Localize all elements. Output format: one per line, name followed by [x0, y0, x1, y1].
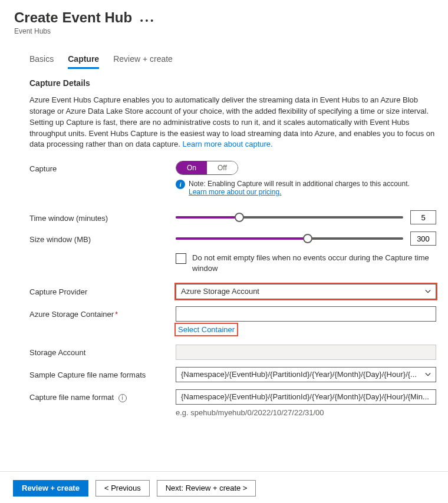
tabs: Basics Capture Review + create: [0, 40, 448, 69]
size-window-slider[interactable]: [176, 237, 403, 240]
size-window-input[interactable]: [410, 231, 436, 246]
chevron-down-icon: [425, 289, 431, 294]
slider-thumb-icon[interactable]: [303, 234, 312, 243]
breadcrumb: Event Hubs: [14, 27, 448, 35]
learn-more-capture-link[interactable]: Learn more about capture.: [182, 140, 272, 148]
note-text: Note: Enabling Capture will result in ad…: [189, 180, 410, 188]
next-button[interactable]: Next: Review + create >: [157, 480, 256, 497]
time-window-input[interactable]: [410, 210, 436, 224]
no-empty-files-checkbox[interactable]: [176, 253, 186, 264]
no-empty-files-label: Do not emit empty files when no events o…: [192, 253, 436, 274]
previous-button[interactable]: < Previous: [95, 480, 150, 497]
chevron-down-icon: [425, 372, 431, 378]
format-hint: e.g. spehub/myehub/0/2022/10/27/22/31/00: [176, 408, 436, 417]
footer: Review + create < Previous Next: Review …: [0, 471, 448, 503]
toggle-option-off[interactable]: Off: [207, 161, 238, 174]
capture-toggle[interactable]: On Off: [176, 161, 238, 175]
capture-provider-label: Capture Provider: [29, 284, 176, 296]
page-title: Create Event Hub: [14, 9, 132, 26]
capture-provider-dropdown[interactable]: Azure Storage Account: [176, 284, 436, 299]
storage-account-label: Storage Account: [29, 345, 176, 357]
format-label: Capture file name format i: [29, 389, 176, 402]
format-input[interactable]: {Namespace}/{EventHub}/{PartitionId}/{Ye…: [176, 389, 436, 405]
storage-container-label: Azure Storage Container*: [29, 306, 176, 319]
slider-thumb-icon[interactable]: [235, 213, 244, 222]
capture-provider-value: Azure Storage Account: [181, 287, 259, 296]
pricing-link[interactable]: Learn more about our pricing.: [189, 188, 281, 196]
sample-formats-dropdown[interactable]: {Namespace}/{EventHub}/{PartitionId}/{Ye…: [176, 367, 436, 382]
tab-basics[interactable]: Basics: [29, 51, 54, 69]
toggle-option-on[interactable]: On: [176, 161, 207, 174]
section-description: Azure Event Hubs Capture enables you to …: [29, 95, 436, 150]
time-window-slider[interactable]: [176, 216, 403, 219]
capture-label: Capture: [29, 161, 176, 173]
info-icon[interactable]: i: [118, 394, 127, 402]
section-title: Capture Details: [29, 78, 436, 88]
storage-container-input[interactable]: [176, 306, 436, 322]
more-icon[interactable]: • • •: [140, 16, 153, 25]
sample-formats-value: {Namespace}/{EventHub}/{PartitionId}/{Ye…: [181, 370, 417, 379]
size-window-label: Size window (MB): [29, 231, 176, 244]
info-icon: i: [176, 180, 185, 189]
review-create-button[interactable]: Review + create: [13, 480, 88, 497]
time-window-label: Time window (minutes): [29, 210, 176, 223]
tab-review-create[interactable]: Review + create: [113, 51, 173, 69]
select-container-link[interactable]: Select Container: [176, 324, 237, 335]
sample-formats-label: Sample Capture file name formats: [29, 367, 176, 379]
storage-account-input: [176, 345, 436, 360]
tab-capture[interactable]: Capture: [68, 51, 99, 69]
